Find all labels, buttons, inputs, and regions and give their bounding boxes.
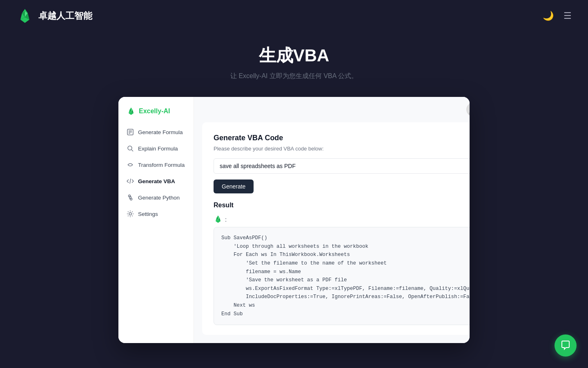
svg-line-5 — [131, 150, 133, 151]
svg-line-6 — [130, 179, 131, 184]
vba-description-input[interactable] — [214, 158, 470, 174]
sidebar-item-settings[interactable]: Settings — [118, 206, 194, 222]
code-block: Sub SaveAsPDF() 'Loop through all worksh… — [214, 227, 470, 325]
avatar — [466, 103, 470, 117]
sidebar-label-transform-formula: Transform Formula — [138, 162, 185, 168]
sidebar-label-explain-formula: Explain Formula — [138, 146, 178, 152]
chat-bubble-button[interactable] — [555, 334, 577, 357]
menu-icon[interactable]: ☰ — [564, 11, 572, 21]
sidebar-item-transform-formula[interactable]: Transform Formula — [118, 157, 194, 173]
sidebar-brand: Excelly-AI — [118, 107, 194, 124]
settings-icon — [127, 210, 134, 218]
topnav: 卓越人工智能 🌙 ☰ — [0, 0, 588, 32]
result-label: Result — [214, 202, 470, 209]
sidebar-label-settings: Settings — [138, 211, 158, 217]
generate-button[interactable]: Generate — [214, 180, 254, 193]
logo-text: 卓越人工智能 — [38, 10, 92, 22]
logo-area: 卓越人工智能 — [16, 7, 92, 25]
sidebar-item-generate-formula[interactable]: Generate Formula — [118, 124, 194, 140]
logo-icon — [16, 7, 33, 25]
sidebar-label-generate-python: Generate Python — [138, 195, 180, 201]
user-info[interactable]: Excelly-AI User User ▾ — [466, 103, 470, 117]
result-colon: : — [225, 216, 227, 223]
panel-description: Please describe your desired VBA code be… — [214, 146, 470, 152]
svg-point-4 — [128, 146, 132, 150]
result-logo-icon — [214, 215, 223, 224]
sidebar-item-explain-formula[interactable]: Explain Formula — [118, 140, 194, 157]
sidebar-brand-label: Excelly-AI — [139, 108, 170, 115]
nav-right: 🌙 ☰ — [543, 11, 572, 21]
svg-point-11 — [469, 111, 470, 117]
sidebar-item-generate-python[interactable]: Generate Python — [118, 189, 194, 206]
code-icon — [127, 177, 134, 185]
panel-title: Generate VBA Code — [214, 134, 470, 142]
content-area: Excelly-AI User User ▾ Generate VBA Code… — [194, 97, 470, 343]
formula-icon — [127, 128, 134, 136]
form-panel: Generate VBA Code Please describe your d… — [202, 122, 470, 335]
sidebar-logo-icon — [127, 107, 136, 116]
svg-point-9 — [129, 213, 131, 215]
transform-icon — [127, 161, 134, 168]
sidebar-label-generate-formula: Generate Formula — [138, 129, 183, 135]
content-topbar: Excelly-AI User User ▾ — [194, 97, 470, 122]
sidebar-item-generate-vba[interactable]: Generate VBA — [118, 173, 194, 189]
chat-icon — [560, 340, 571, 351]
search-icon — [127, 145, 134, 152]
hero-section: 生成VBA 让 Excelly-AI 立即为您生成任何 VBA 公式。 — [0, 32, 588, 97]
moon-icon[interactable]: 🌙 — [543, 11, 554, 21]
python-icon — [127, 194, 134, 201]
result-header: : — [214, 215, 470, 224]
main-card: Excelly-AI Generate Formula Explain Form… — [118, 97, 470, 343]
hero-title: 生成VBA — [0, 44, 588, 67]
user-avatar-icon — [466, 103, 470, 117]
sidebar-label-generate-vba: Generate VBA — [138, 178, 175, 184]
sidebar: Excelly-AI Generate Formula Explain Form… — [118, 97, 194, 343]
hero-subtitle: 让 Excelly-AI 立即为您生成任何 VBA 公式。 — [0, 72, 588, 81]
